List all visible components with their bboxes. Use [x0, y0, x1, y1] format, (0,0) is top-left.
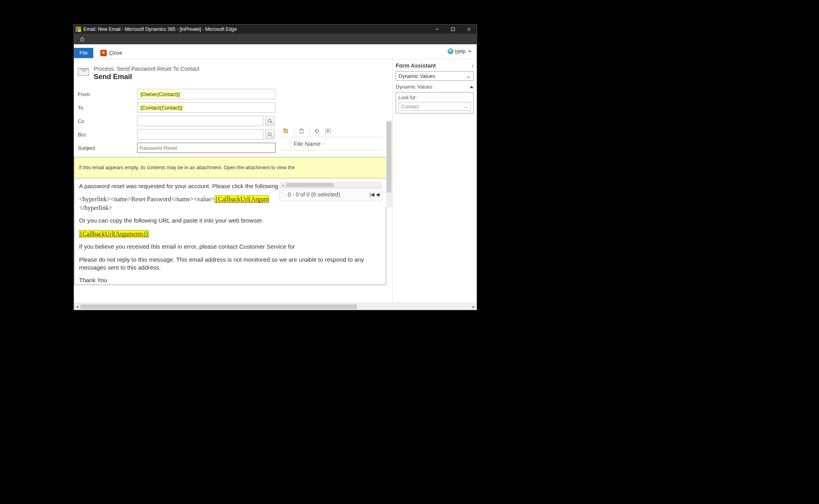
- attach-new-icon[interactable]: [283, 127, 290, 134]
- attachments-first-page-icon[interactable]: |◀: [370, 192, 374, 197]
- command-bar: File ✕ Close ? Help: [74, 44, 477, 59]
- browser-address-bar: [74, 34, 477, 44]
- cc-input[interactable]: [137, 116, 264, 126]
- svg-point-5: [268, 119, 271, 122]
- svg-rect-11: [300, 130, 303, 133]
- from-input[interactable]: {Owner(Contact)}: [137, 89, 276, 99]
- svg-marker-15: [327, 130, 329, 132]
- callback-url-token-2: {CallbackUrl(Arguments)}: [79, 230, 149, 238]
- assistant-section-title: Dynamic Values: [396, 84, 432, 90]
- form-assistant-panel: Form Assistant › Dynamic Values ⌄ Dynami…: [392, 59, 477, 303]
- email-icon: [78, 68, 89, 76]
- window-minimize-button[interactable]: [429, 25, 445, 34]
- attachments-prev-page-icon[interactable]: ◀: [376, 192, 379, 197]
- chevron-down-icon: ⌄: [464, 104, 468, 109]
- sort-ascending-icon: ↑: [323, 141, 325, 147]
- form-title: Send Email: [94, 73, 199, 81]
- body-para-5: If you believe you received this email i…: [79, 243, 381, 251]
- subject-label: Subject: [78, 145, 137, 151]
- main-v-scrollbar[interactable]: [386, 121, 392, 208]
- attachments-panel: File Name ↑ ◂ 0 - 0 of 0 (0 selected) |◀…: [279, 125, 382, 201]
- process-breadcrumb: Process: Send Password Reset To Contact: [94, 66, 199, 72]
- body-callback-token-line: {CallbackUrl(Arguments)}: [79, 230, 381, 238]
- window-close-button[interactable]: [461, 25, 477, 34]
- attach-refresh-icon[interactable]: [313, 127, 321, 134]
- bcc-lookup-button[interactable]: [265, 130, 275, 139]
- window-h-scrollbar[interactable]: ◂ ▸: [74, 303, 477, 310]
- dynamics-logo-icon: [75, 26, 81, 32]
- close-button[interactable]: ✕ Close: [100, 50, 122, 56]
- bcc-input[interactable]: [137, 129, 264, 140]
- lock-icon: [79, 36, 85, 42]
- window-maximize-button[interactable]: [445, 25, 461, 34]
- attachments-empty-area: [279, 151, 382, 182]
- form-assistant-collapse-icon[interactable]: ›: [472, 62, 474, 69]
- help-button[interactable]: ? Help: [447, 48, 471, 54]
- svg-rect-10: [284, 128, 285, 130]
- bcc-label: Bcc: [78, 132, 137, 138]
- attachments-column-header[interactable]: File Name ↑: [279, 137, 382, 151]
- svg-line-8: [271, 135, 272, 137]
- window-title: Email: New Email - Microsoft Dynamics 36…: [83, 26, 429, 32]
- callback-url-token-1: {CallbackUrl(Argum: [215, 195, 269, 203]
- svg-rect-4: [81, 39, 84, 41]
- form-assistant-title: Form Assistant: [396, 62, 436, 69]
- from-token: {Owner(Contact)}: [140, 91, 181, 97]
- attachments-count-text: 0 - 0 of 0 (0 selected): [288, 191, 340, 198]
- subject-input[interactable]: Password Reset: [137, 143, 276, 153]
- attachments-status-bar: 0 - 0 of 0 (0 selected) |◀ ◀: [279, 188, 382, 201]
- triangle-up-icon[interactable]: [470, 86, 474, 88]
- body-para-7: Thank You: [79, 276, 381, 284]
- svg-line-6: [271, 122, 272, 123]
- attach-play-icon[interactable]: [325, 127, 332, 134]
- page-header: Process: Send Password Reset To Contact …: [74, 59, 386, 89]
- to-label: To: [78, 105, 137, 111]
- attachments-toolbar: [279, 125, 382, 137]
- cc-label: Cc: [78, 118, 137, 124]
- file-button[interactable]: File: [74, 48, 93, 58]
- window-titlebar: Email: New Email - Microsoft Dynamics 36…: [74, 25, 477, 34]
- filename-column-label: File Name: [294, 140, 321, 147]
- chevron-down-icon: [468, 51, 471, 52]
- to-token: {Contact(Contact)}: [140, 105, 183, 111]
- assistant-mode-select[interactable]: Dynamic Values ⌄: [396, 71, 474, 81]
- body-para-3: Or you can copy the following URL and pa…: [79, 217, 381, 225]
- cc-lookup-button[interactable]: [265, 116, 275, 126]
- to-input[interactable]: {Contact(Contact)}: [137, 102, 276, 113]
- from-label: From: [78, 91, 137, 97]
- body-para-6: Please do not reply to this message. Thi…: [79, 256, 381, 272]
- svg-rect-1: [451, 28, 455, 31]
- svg-point-7: [268, 132, 271, 136]
- app-window: Email: New Email - Microsoft Dynamics 36…: [74, 25, 477, 310]
- help-icon: ?: [447, 48, 453, 54]
- close-icon: ✕: [100, 50, 107, 56]
- chevron-down-icon: ⌄: [466, 73, 471, 79]
- lookfor-select[interactable]: Contact ⌄: [398, 102, 471, 111]
- attachments-h-scrollbar[interactable]: ◂: [279, 182, 382, 188]
- attach-delete-icon[interactable]: [298, 127, 305, 134]
- lookfor-label: Look for:: [398, 95, 471, 100]
